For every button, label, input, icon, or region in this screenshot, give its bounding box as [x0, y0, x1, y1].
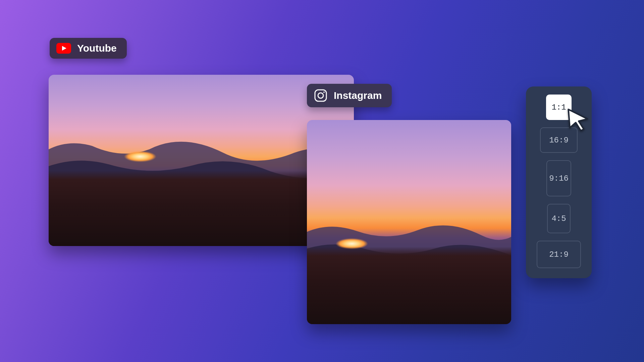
aspect-ratio-option-21-9[interactable]: 21:9	[537, 241, 581, 268]
svg-rect-2	[315, 90, 326, 101]
platform-chip-label: Youtube	[77, 43, 117, 54]
instagram-icon	[314, 88, 328, 103]
sun-glow	[120, 148, 160, 162]
preview-image	[307, 120, 511, 324]
aspect-ratio-option-1-1[interactable]: 1:1	[546, 95, 572, 120]
svg-point-3	[318, 93, 323, 98]
preview-instagram-1-1	[307, 120, 511, 324]
youtube-icon	[56, 43, 71, 54]
aspect-ratio-option-16-9[interactable]: 16:9	[540, 127, 578, 153]
svg-point-4	[323, 92, 325, 93]
foreground-terrain	[307, 247, 511, 324]
aspect-ratio-option-4-5[interactable]: 4:5	[547, 204, 571, 233]
platform-chip-label: Instagram	[334, 90, 382, 101]
aspect-ratio-option-9-16[interactable]: 9:16	[546, 160, 571, 196]
platform-chip-youtube[interactable]: Youtube	[50, 38, 127, 59]
platform-chip-instagram[interactable]: Instagram	[307, 84, 392, 107]
aspect-ratio-panel: 1:1 16:9 9:16 4:5 21:9	[526, 86, 592, 278]
